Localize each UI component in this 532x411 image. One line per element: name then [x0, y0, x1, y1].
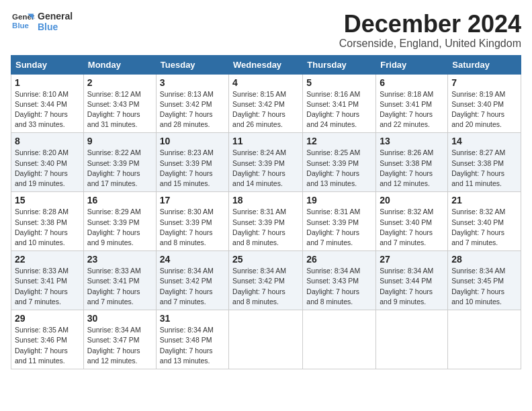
calendar-cell: 8Sunrise: 8:20 AMSunset: 3:40 PMDaylight… [11, 133, 84, 192]
day-number: 19 [306, 195, 372, 205]
calendar-cell: 11Sunrise: 8:24 AMSunset: 3:39 PMDayligh… [229, 133, 303, 192]
day-info: Sunrise: 8:23 AMSunset: 3:39 PMDaylight:… [160, 148, 225, 189]
day-number: 8 [15, 136, 80, 146]
calendar-cell: 31Sunrise: 8:34 AMSunset: 3:48 PMDayligh… [156, 310, 228, 369]
day-info: Sunrise: 8:34 AMSunset: 3:45 PMDaylight:… [451, 266, 517, 307]
day-number: 26 [306, 254, 372, 265]
calendar-cell: 26Sunrise: 8:34 AMSunset: 3:43 PMDayligh… [303, 251, 376, 310]
svg-text:Blue: Blue [12, 21, 29, 30]
day-info: Sunrise: 8:16 AMSunset: 3:41 PMDaylight:… [306, 89, 372, 130]
day-number: 27 [380, 254, 444, 265]
day-number: 5 [306, 77, 372, 88]
month-title: December 2024 [339, 11, 521, 38]
calendar-cell [303, 310, 376, 369]
day-number: 6 [380, 77, 444, 88]
day-info: Sunrise: 8:22 AMSunset: 3:39 PMDaylight:… [87, 148, 152, 189]
header-thursday: Thursday [303, 55, 376, 74]
day-number: 21 [451, 195, 517, 205]
day-info: Sunrise: 8:19 AMSunset: 3:40 PMDaylight:… [451, 89, 517, 130]
calendar-week-row: 29Sunrise: 8:35 AMSunset: 3:46 PMDayligh… [11, 310, 521, 369]
day-info: Sunrise: 8:31 AMSunset: 3:39 PMDaylight:… [232, 207, 299, 248]
day-number: 23 [87, 254, 152, 265]
logo-blue: Blue [38, 21, 73, 32]
calendar-cell: 12Sunrise: 8:25 AMSunset: 3:39 PMDayligh… [303, 133, 376, 192]
day-info: Sunrise: 8:34 AMSunset: 3:47 PMDaylight:… [87, 325, 152, 366]
calendar-cell: 5Sunrise: 8:16 AMSunset: 3:41 PMDaylight… [303, 74, 376, 133]
day-info: Sunrise: 8:34 AMSunset: 3:44 PMDaylight:… [380, 266, 444, 307]
day-number: 1 [15, 77, 80, 88]
day-info: Sunrise: 8:25 AMSunset: 3:39 PMDaylight:… [306, 148, 372, 189]
day-info: Sunrise: 8:10 AMSunset: 3:44 PMDaylight:… [15, 89, 80, 130]
calendar-cell [229, 310, 303, 369]
calendar-cell: 17Sunrise: 8:30 AMSunset: 3:39 PMDayligh… [156, 192, 228, 251]
day-number: 22 [15, 254, 80, 265]
calendar-cell: 18Sunrise: 8:31 AMSunset: 3:39 PMDayligh… [229, 192, 303, 251]
calendar-cell: 9Sunrise: 8:22 AMSunset: 3:39 PMDaylight… [83, 133, 156, 192]
day-number: 11 [232, 136, 299, 146]
header-friday: Friday [376, 55, 448, 74]
page-header: General Blue General Blue December 2024 … [11, 11, 521, 50]
day-info: Sunrise: 8:13 AMSunset: 3:42 PMDaylight:… [160, 89, 225, 130]
logo-general: General [38, 11, 73, 21]
day-number: 30 [87, 313, 152, 324]
calendar-cell: 28Sunrise: 8:34 AMSunset: 3:45 PMDayligh… [448, 251, 521, 310]
calendar-cell: 22Sunrise: 8:33 AMSunset: 3:41 PMDayligh… [11, 251, 84, 310]
calendar-table: SundayMondayTuesdayWednesdayThursdayFrid… [11, 55, 521, 369]
day-info: Sunrise: 8:26 AMSunset: 3:38 PMDaylight:… [380, 148, 444, 189]
calendar-cell: 1Sunrise: 8:10 AMSunset: 3:44 PMDaylight… [11, 74, 84, 133]
day-number: 10 [160, 136, 225, 146]
header-tuesday: Tuesday [156, 55, 228, 74]
calendar-cell: 29Sunrise: 8:35 AMSunset: 3:46 PMDayligh… [11, 310, 84, 369]
day-info: Sunrise: 8:35 AMSunset: 3:46 PMDaylight:… [15, 325, 80, 366]
calendar-cell [376, 310, 448, 369]
day-info: Sunrise: 8:15 AMSunset: 3:42 PMDaylight:… [232, 89, 299, 130]
calendar-week-row: 8Sunrise: 8:20 AMSunset: 3:40 PMDaylight… [11, 133, 521, 192]
calendar-cell: 14Sunrise: 8:27 AMSunset: 3:38 PMDayligh… [448, 133, 521, 192]
day-info: Sunrise: 8:34 AMSunset: 3:42 PMDaylight:… [160, 266, 225, 307]
day-number: 3 [160, 77, 225, 88]
day-info: Sunrise: 8:34 AMSunset: 3:42 PMDaylight:… [232, 266, 299, 307]
calendar-cell: 30Sunrise: 8:34 AMSunset: 3:47 PMDayligh… [83, 310, 156, 369]
calendar-cell: 15Sunrise: 8:28 AMSunset: 3:38 PMDayligh… [11, 192, 84, 251]
day-number: 4 [232, 77, 299, 88]
calendar-header-row: SundayMondayTuesdayWednesdayThursdayFrid… [11, 55, 521, 74]
day-number: 20 [380, 195, 444, 205]
calendar-cell: 24Sunrise: 8:34 AMSunset: 3:42 PMDayligh… [156, 251, 228, 310]
day-info: Sunrise: 8:32 AMSunset: 3:40 PMDaylight:… [451, 207, 517, 248]
title-block: December 2024 Corsenside, England, Unite… [339, 11, 521, 50]
day-number: 15 [15, 195, 80, 205]
day-info: Sunrise: 8:32 AMSunset: 3:40 PMDaylight:… [380, 207, 444, 248]
day-number: 31 [160, 313, 225, 324]
calendar-week-row: 15Sunrise: 8:28 AMSunset: 3:38 PMDayligh… [11, 192, 521, 251]
day-number: 7 [451, 77, 517, 88]
calendar-week-row: 22Sunrise: 8:33 AMSunset: 3:41 PMDayligh… [11, 251, 521, 310]
day-number: 25 [232, 254, 299, 265]
day-info: Sunrise: 8:28 AMSunset: 3:38 PMDaylight:… [15, 207, 80, 248]
calendar-cell: 7Sunrise: 8:19 AMSunset: 3:40 PMDaylight… [448, 74, 521, 133]
calendar-cell: 2Sunrise: 8:12 AMSunset: 3:43 PMDaylight… [83, 74, 156, 133]
logo: General Blue General Blue [11, 11, 73, 32]
day-info: Sunrise: 8:24 AMSunset: 3:39 PMDaylight:… [232, 148, 299, 189]
day-info: Sunrise: 8:29 AMSunset: 3:39 PMDaylight:… [87, 207, 152, 248]
day-info: Sunrise: 8:20 AMSunset: 3:40 PMDaylight:… [15, 148, 80, 189]
header-wednesday: Wednesday [229, 55, 303, 74]
day-number: 2 [87, 77, 152, 88]
calendar-cell: 4Sunrise: 8:15 AMSunset: 3:42 PMDaylight… [229, 74, 303, 133]
calendar-cell: 27Sunrise: 8:34 AMSunset: 3:44 PMDayligh… [376, 251, 448, 310]
day-number: 16 [87, 195, 152, 205]
header-saturday: Saturday [448, 55, 521, 74]
location: Corsenside, England, United Kingdom [339, 38, 521, 50]
day-info: Sunrise: 8:34 AMSunset: 3:48 PMDaylight:… [160, 325, 225, 366]
day-info: Sunrise: 8:27 AMSunset: 3:38 PMDaylight:… [451, 148, 517, 189]
calendar-cell: 13Sunrise: 8:26 AMSunset: 3:38 PMDayligh… [376, 133, 448, 192]
header-sunday: Sunday [11, 55, 84, 74]
day-number: 14 [451, 136, 517, 146]
day-number: 18 [232, 195, 299, 205]
day-info: Sunrise: 8:31 AMSunset: 3:39 PMDaylight:… [306, 207, 372, 248]
calendar-cell: 20Sunrise: 8:32 AMSunset: 3:40 PMDayligh… [376, 192, 448, 251]
calendar-cell: 21Sunrise: 8:32 AMSunset: 3:40 PMDayligh… [448, 192, 521, 251]
day-number: 9 [87, 136, 152, 146]
calendar-cell: 23Sunrise: 8:33 AMSunset: 3:41 PMDayligh… [83, 251, 156, 310]
day-number: 17 [160, 195, 225, 205]
calendar-cell: 6Sunrise: 8:18 AMSunset: 3:41 PMDaylight… [376, 74, 448, 133]
